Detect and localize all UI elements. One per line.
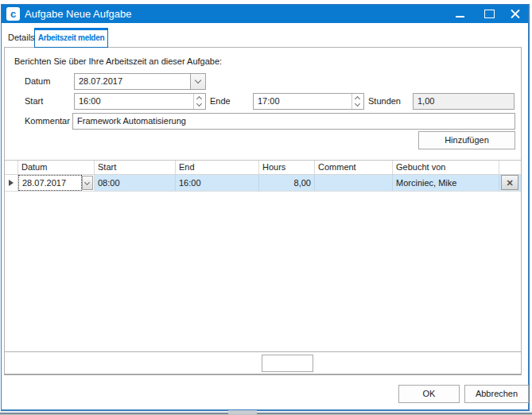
tab-arbeitszeit-melden[interactable]: Arbeitszeit melden bbox=[34, 28, 108, 48]
cell-actions: ✕ bbox=[499, 175, 521, 191]
row-selector-arrow-icon bbox=[9, 180, 14, 186]
header-start[interactable]: Start bbox=[95, 161, 176, 174]
ok-button[interactable]: OK bbox=[398, 385, 460, 403]
hinzufuegen-button[interactable]: Hinzufügen bbox=[418, 131, 515, 149]
stunden-label: Stunden bbox=[368, 93, 401, 110]
cell-gebucht-von[interactable]: Morciniec, Mike bbox=[393, 175, 499, 191]
cell-end[interactable]: 16:00 bbox=[176, 175, 259, 191]
cell-datum-dropdown-button[interactable] bbox=[82, 176, 93, 190]
delete-row-button[interactable]: ✕ bbox=[501, 175, 518, 190]
header-hours[interactable]: Hours bbox=[259, 161, 315, 174]
datum-value: 28.07.2017 bbox=[79, 74, 122, 89]
kommentar-label: Kommentar bbox=[25, 113, 70, 130]
table-row: 28.07.2017 08:00 16:00 8,00 Morciniec, M… bbox=[5, 175, 521, 192]
resize-grip bbox=[228, 410, 257, 414]
cell-datum-value[interactable]: 28.07.2017 bbox=[18, 175, 82, 191]
ende-value: 17:00 bbox=[258, 94, 280, 109]
ende-label: Ende bbox=[210, 93, 231, 110]
stunden-value: 1,00 bbox=[417, 94, 434, 109]
abbrechen-button[interactable]: Abbrechen bbox=[464, 385, 529, 403]
cell-datum[interactable]: 28.07.2017 bbox=[18, 175, 95, 191]
chevron-down-icon bbox=[195, 77, 201, 83]
header-comment[interactable]: Comment bbox=[315, 161, 393, 174]
start-input[interactable]: 16:00 bbox=[74, 93, 206, 110]
table-bottom-border bbox=[5, 351, 521, 352]
start-label: Start bbox=[25, 93, 43, 110]
minimize-icon[interactable] bbox=[456, 16, 464, 17]
kommentar-value: Framework Automatisierung bbox=[77, 114, 186, 129]
cell-comment[interactable] bbox=[315, 175, 393, 191]
cell-start[interactable]: 08:00 bbox=[95, 175, 176, 191]
datum-dropdown-button[interactable] bbox=[190, 74, 205, 89]
footer-mini-box[interactable] bbox=[262, 355, 313, 372]
intro-text: Berichten Sie über Ihre Arbeitszeit an d… bbox=[14, 56, 222, 66]
ende-spinner[interactable] bbox=[351, 94, 363, 109]
cell-hours-value: 8,00 bbox=[294, 175, 311, 191]
report-panel: Berichten Sie über Ihre Arbeitszeit an d… bbox=[4, 47, 522, 375]
tab-details[interactable]: Details bbox=[5, 28, 38, 47]
start-value: 16:00 bbox=[79, 94, 101, 109]
worktime-table: Datum Start End Hours Comment Gebucht vo… bbox=[5, 160, 521, 192]
close-icon[interactable] bbox=[510, 9, 521, 19]
chevron-down-icon bbox=[355, 101, 360, 107]
table-header-row: Datum Start End Hours Comment Gebucht vo… bbox=[5, 160, 521, 175]
row-indicator-cell bbox=[5, 175, 18, 191]
app-icon: c bbox=[6, 7, 20, 21]
datum-label: Datum bbox=[25, 73, 50, 90]
maximize-icon[interactable] bbox=[484, 10, 495, 18]
header-actions bbox=[499, 161, 521, 174]
stunden-field: 1,00 bbox=[413, 93, 515, 110]
datum-combobox[interactable]: 28.07.2017 bbox=[74, 73, 206, 90]
chevron-down-icon bbox=[196, 101, 202, 107]
header-datum[interactable]: Datum bbox=[18, 161, 95, 174]
header-gebucht-von[interactable]: Gebucht von bbox=[393, 161, 499, 174]
window-title: Aufgabe Neue Aufgabe bbox=[25, 5, 131, 23]
ende-input[interactable]: 17:00 bbox=[253, 93, 364, 110]
dialog-window: c Aufgabe Neue Aufgabe Details Arbeitsze… bbox=[1, 4, 530, 411]
header-row-indicator bbox=[5, 161, 18, 174]
kommentar-input[interactable]: Framework Automatisierung bbox=[72, 113, 515, 130]
cell-hours[interactable]: 8,00 bbox=[259, 175, 315, 191]
chevron-down-icon bbox=[84, 180, 90, 185]
header-end[interactable]: End bbox=[176, 161, 259, 174]
start-spinner[interactable] bbox=[193, 94, 205, 109]
title-bar: c Aufgabe Neue Aufgabe bbox=[2, 5, 528, 23]
